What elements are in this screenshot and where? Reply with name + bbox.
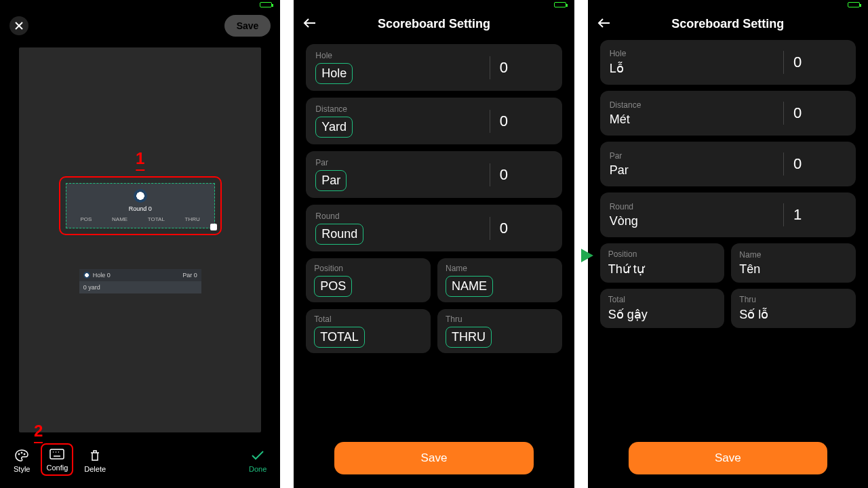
close-button[interactable]: [9, 16, 28, 35]
round-setting[interactable]: RoundRound 0: [306, 205, 561, 251]
total-setting[interactable]: TotalSố gậy: [600, 289, 725, 328]
distance-number[interactable]: 0: [498, 113, 553, 130]
col-pos: POS: [80, 216, 92, 222]
distance-number[interactable]: 0: [792, 104, 846, 122]
divider: [783, 102, 784, 125]
editor-canvas[interactable]: 1 Round 0 POS NAME TOTAL THRU Hole 0 Par…: [19, 47, 261, 432]
hole-setting[interactable]: HoleHole 0: [306, 44, 561, 91]
distance-value[interactable]: Mét: [610, 113, 630, 127]
round-number[interactable]: 0: [498, 220, 553, 237]
config-label: Config: [46, 464, 68, 472]
position-label: Position: [608, 249, 637, 259]
par-value[interactable]: Par: [610, 163, 629, 178]
hole-number[interactable]: 0: [792, 54, 846, 71]
settings-header: Scoreboard Setting: [294, 9, 574, 39]
round-setting[interactable]: RoundVòng 1: [600, 192, 856, 237]
style-tool[interactable]: Style: [9, 446, 34, 476]
hole-setting[interactable]: HoleLỗ 0: [600, 40, 856, 85]
callout-2: 2: [34, 422, 43, 441]
battery-icon: [260, 2, 272, 7]
round-value[interactable]: Round: [315, 224, 363, 245]
settings-screen-en: Scoreboard Setting HoleHole 0 DistanceYa…: [294, 0, 574, 488]
done-tool[interactable]: Done: [245, 446, 271, 476]
hole-label: Hole: [315, 51, 332, 60]
hole-label: Hole 0: [93, 272, 111, 279]
hole-number[interactable]: 0: [498, 59, 553, 77]
editor-header: Save: [0, 9, 280, 42]
thru-setting[interactable]: ThruTHRU: [437, 309, 562, 353]
thru-value[interactable]: THRU: [446, 327, 492, 348]
round-label: Round: [315, 211, 339, 221]
settings-list: HoleLỗ 0 DistanceMét 0 ParPar 0 RoundVòn…: [588, 39, 868, 435]
divider: [490, 110, 490, 133]
save-button[interactable]: Save: [334, 442, 533, 474]
distance-label: Distance: [315, 104, 347, 114]
name-value[interactable]: NAME: [446, 276, 493, 297]
distance-label: Distance: [610, 100, 642, 110]
done-label: Done: [249, 465, 267, 473]
round-value[interactable]: Vòng: [610, 214, 638, 228]
distance-setting[interactable]: DistanceMét 0: [600, 91, 856, 136]
palette-icon: [14, 449, 30, 462]
delete-tool[interactable]: Delete: [80, 446, 110, 476]
position-setting[interactable]: PositionThứ tự: [600, 243, 725, 283]
yard-label: 0 yard: [79, 281, 201, 293]
name-setting[interactable]: NameNAME: [437, 258, 562, 302]
battery-icon: [848, 2, 860, 7]
callout-1: 1: [136, 149, 144, 168]
position-value[interactable]: POS: [314, 276, 352, 297]
config-tool[interactable]: Config: [41, 443, 73, 476]
svg-point-1: [21, 452, 22, 453]
save-button[interactable]: Save: [629, 442, 827, 474]
total-value[interactable]: TOTAL: [314, 327, 364, 348]
par-label: Par: [610, 151, 623, 161]
divider: [783, 152, 784, 176]
round-number[interactable]: 1: [792, 206, 846, 224]
resize-handle-icon[interactable]: [210, 224, 217, 230]
position-setting[interactable]: PositionPOS: [306, 258, 431, 302]
status-bar: [294, 0, 574, 9]
svg-point-2: [24, 453, 25, 455]
par-setting[interactable]: ParPar 0: [600, 142, 856, 186]
col-thru: THRU: [185, 216, 200, 222]
round-label: Round: [610, 202, 633, 211]
total-label: Total: [608, 295, 625, 304]
par-number[interactable]: 0: [498, 166, 553, 184]
name-value[interactable]: Tên: [739, 262, 760, 277]
widget-inner: Round 0 POS NAME TOTAL THRU: [66, 183, 215, 228]
par-label: Par: [315, 158, 328, 167]
par-setting[interactable]: ParPar 0: [306, 151, 561, 198]
hole-value[interactable]: Lỗ: [610, 61, 624, 76]
keyboard-icon: [49, 447, 65, 461]
divider: [490, 163, 490, 186]
distance-value[interactable]: Yard: [315, 117, 353, 138]
total-value[interactable]: Số gậy: [608, 307, 648, 322]
position-value[interactable]: Thứ tự: [608, 262, 644, 277]
name-setting[interactable]: NameTên: [731, 243, 856, 283]
svg-rect-3: [50, 449, 64, 459]
total-setting[interactable]: TotalTOTAL: [306, 309, 431, 353]
hole-info-widget[interactable]: Hole 0 Par 0 0 yard: [79, 269, 201, 293]
battery-icon: [554, 2, 566, 7]
par-number[interactable]: 0: [792, 155, 846, 173]
close-icon: [14, 21, 24, 30]
back-button[interactable]: [597, 16, 614, 32]
distance-setting[interactable]: DistanceYard 0: [306, 98, 561, 144]
settings-screen-vi: Scoreboard Setting HoleLỗ 0 DistanceMét …: [588, 0, 868, 488]
divider: [490, 56, 490, 79]
widget-columns: POS NAME TOTAL THRU: [71, 215, 210, 224]
scoreboard-widget-selected[interactable]: Round 0 POS NAME TOTAL THRU: [59, 176, 222, 235]
hole-value[interactable]: Hole: [315, 63, 353, 84]
round-label: Round 0: [71, 205, 210, 212]
arrow-left-icon: [303, 18, 317, 28]
editor-toolbar: Style Config Delete Done: [0, 438, 280, 488]
thru-setting[interactable]: ThruSố lỗ: [731, 289, 856, 328]
status-bar: [588, 0, 868, 9]
back-button[interactable]: [303, 16, 319, 32]
thru-value[interactable]: Số lỗ: [739, 307, 768, 322]
save-button[interactable]: Save: [224, 15, 271, 37]
page-title: Scoreboard Setting: [378, 17, 490, 31]
par-value[interactable]: Par: [315, 170, 347, 191]
golf-icon: [134, 189, 147, 203]
col-total: TOTAL: [148, 216, 165, 222]
